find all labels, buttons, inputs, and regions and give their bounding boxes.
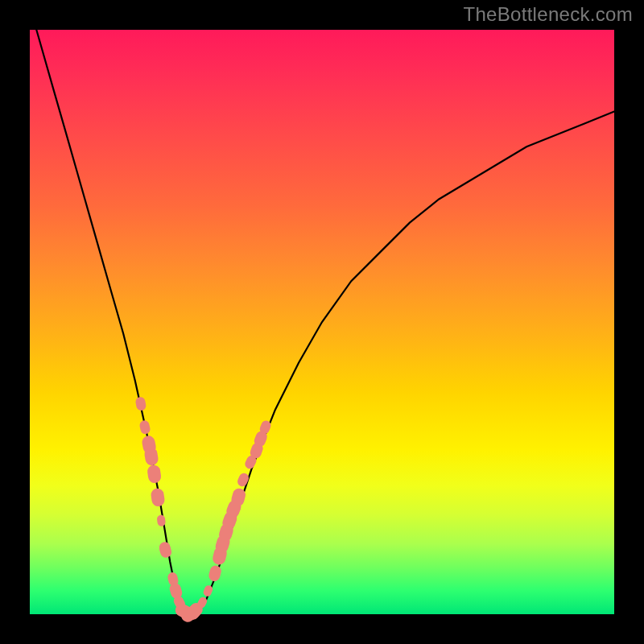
data-marker (138, 419, 151, 435)
plot-area (30, 30, 614, 614)
chart-svg (30, 30, 614, 614)
data-marker (150, 488, 165, 508)
data-marker (147, 464, 162, 485)
bottleneck-curve (30, 6, 614, 614)
data-marker (158, 541, 172, 559)
data-marker (236, 472, 250, 488)
frame: TheBottleneck.com (0, 0, 644, 644)
data-marker (208, 564, 223, 583)
data-marker (135, 396, 147, 411)
watermark-label: TheBottleneck.com (463, 3, 633, 26)
marker-group (135, 396, 273, 624)
